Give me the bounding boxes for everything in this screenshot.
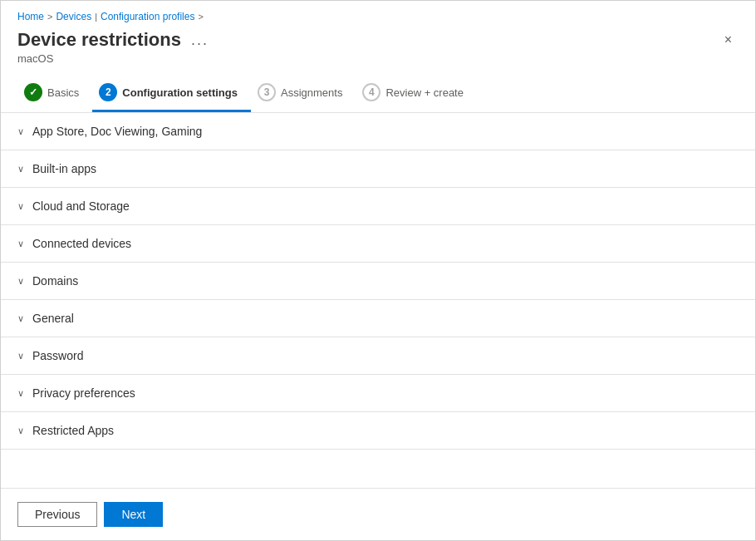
breadcrumb-home[interactable]: Home [17, 11, 44, 22]
breadcrumb: Home > Devices | Configuration profiles … [17, 11, 739, 22]
breadcrumb-config-profiles[interactable]: Configuration profiles [101, 11, 194, 22]
step-assignments[interactable]: 3 Assignments [251, 75, 356, 112]
chevron-icon-cloud: ∨ [17, 201, 24, 212]
panel-subtitle: macOS [17, 52, 739, 65]
section-row-domains[interactable]: ∨ Domains [1, 263, 755, 300]
section-row-general[interactable]: ∨ General [1, 300, 755, 337]
section-name-appstore: App Store, Doc Viewing, Gaming [32, 125, 202, 138]
step-circle-basics: ✓ [24, 83, 42, 101]
step-label-review: Review + create [385, 86, 464, 99]
section-row-builtin[interactable]: ∨ Built-in apps [1, 150, 755, 188]
panel-header: Home > Devices | Configuration profiles … [1, 1, 755, 113]
section-row-connected[interactable]: ∨ Connected devices [1, 225, 755, 263]
chevron-icon-appstore: ∨ [17, 126, 24, 137]
section-row-privacy[interactable]: ∨ Privacy preferences [1, 375, 755, 412]
step-basics[interactable]: ✓ Basics [17, 75, 92, 112]
section-row-appstore[interactable]: ∨ App Store, Doc Viewing, Gaming [1, 113, 755, 150]
breadcrumb-sep1: > [47, 12, 52, 22]
breadcrumb-devices[interactable]: Devices [56, 11, 91, 22]
chevron-icon-connected: ∨ [17, 239, 24, 249]
step-configuration[interactable]: 2 Configuration settings [92, 75, 251, 112]
wizard-steps: ✓ Basics 2 Configuration settings 3 Assi… [17, 75, 739, 112]
breadcrumb-sep2: > [198, 12, 203, 22]
step-review[interactable]: 4 Review + create [356, 75, 477, 112]
section-row-restricted[interactable]: ∨ Restricted Apps [1, 412, 755, 450]
check-icon: ✓ [29, 86, 37, 98]
section-name-restricted: Restricted Apps [32, 424, 114, 437]
section-name-domains: Domains [32, 274, 78, 288]
chevron-icon-domains: ∨ [17, 276, 24, 287]
section-name-privacy: Privacy preferences [32, 386, 135, 400]
next-button[interactable]: Next [104, 502, 163, 527]
chevron-icon-builtin: ∨ [17, 164, 24, 175]
section-row-password[interactable]: ∨ Password [1, 337, 755, 375]
title-row: Device restrictions ... × [17, 29, 739, 51]
section-name-connected: Connected devices [32, 237, 131, 250]
section-name-password: Password [32, 349, 83, 362]
title-left: Device restrictions ... [17, 29, 212, 51]
step-label-assignments: Assignments [281, 86, 342, 99]
chevron-icon-restricted: ∨ [17, 425, 24, 436]
section-name-general: General [32, 312, 74, 325]
step-label-basics: Basics [47, 86, 79, 99]
chevron-icon-general: ∨ [17, 313, 24, 324]
panel-footer: Previous Next [1, 488, 755, 540]
step-label-configuration: Configuration settings [122, 86, 238, 99]
panel-body: ∨ App Store, Doc Viewing, Gaming ∨ Built… [1, 113, 755, 488]
page-title: Device restrictions [17, 29, 181, 51]
section-name-cloud: Cloud and Storage [32, 199, 130, 213]
chevron-icon-password: ∨ [17, 351, 24, 361]
close-button[interactable]: × [718, 29, 739, 51]
step-circle-configuration: 2 [99, 83, 117, 101]
previous-button[interactable]: Previous [17, 502, 97, 527]
breadcrumb-pipe: | [95, 12, 97, 22]
ellipsis-button[interactable]: ... [188, 30, 212, 51]
chevron-icon-privacy: ∨ [17, 388, 24, 399]
step-circle-review: 4 [362, 83, 380, 101]
section-row-cloud[interactable]: ∨ Cloud and Storage [1, 188, 755, 225]
section-name-builtin: Built-in apps [32, 162, 96, 175]
device-restrictions-panel: Home > Devices | Configuration profiles … [0, 0, 756, 541]
step-circle-assignments: 3 [258, 83, 276, 101]
